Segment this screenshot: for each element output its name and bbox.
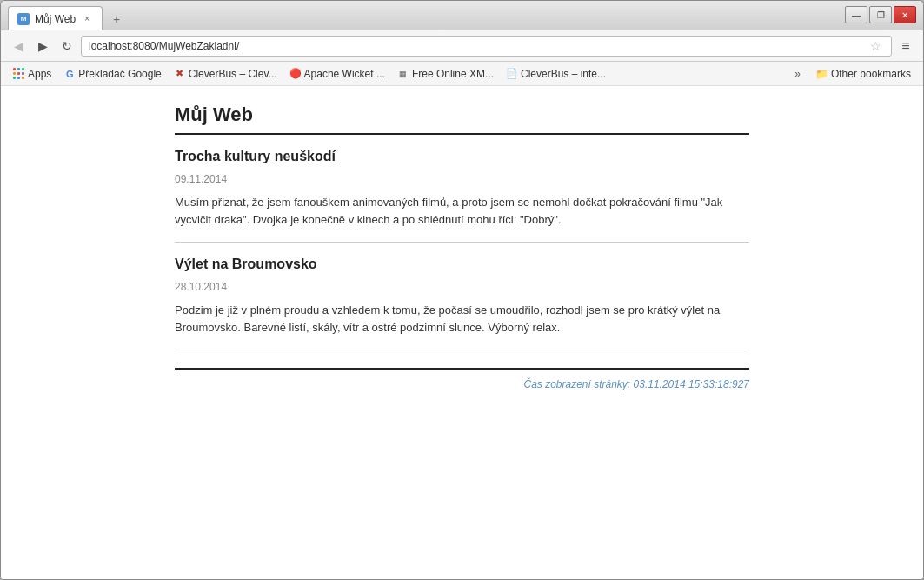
address-bar[interactable]: localhost:8080/MujWebZakladni/ ☆ xyxy=(81,36,892,57)
article-2-title: Výlet na Broumovsko xyxy=(175,257,749,272)
back-button[interactable]: ◀ xyxy=(8,36,29,57)
reload-button[interactable]: ↻ xyxy=(57,36,77,57)
forward-button[interactable]: ▶ xyxy=(32,36,53,57)
bookmark-apache-label: Apache Wicket ... xyxy=(304,68,385,80)
article-1-date: 09.11.2014 xyxy=(175,173,749,185)
bookmark-cleverbus2[interactable]: 📄 CleverBus – inte... xyxy=(501,66,611,82)
bookmark-cleverbus1-label: CleverBus – Clev... xyxy=(189,68,277,80)
site-title: Můj Web xyxy=(175,103,749,135)
browser-menu-button[interactable]: ≡ xyxy=(895,36,916,57)
window-controls: — ❐ ✕ xyxy=(845,6,916,23)
other-bookmarks-label: Other bookmarks xyxy=(831,68,911,80)
tab-title: Můj Web xyxy=(35,13,76,25)
bookmarks-bar: Apps G Překladač Google ✖ CleverBus – Cl… xyxy=(1,62,923,86)
minimize-button[interactable]: — xyxy=(845,6,867,23)
more-label: » xyxy=(794,68,801,80)
freeonline-icon: ▦ xyxy=(397,68,409,80)
bookmark-prekladac-label: Překladač Google xyxy=(78,68,161,80)
title-bar: M Můj Web × + — ❐ ✕ xyxy=(1,1,923,30)
active-tab[interactable]: M Můj Web × xyxy=(8,6,103,30)
bookmark-apps[interactable]: Apps xyxy=(8,66,57,82)
bookmark-cleverbus2-label: CleverBus – inte... xyxy=(521,68,606,80)
new-tab-button[interactable]: + xyxy=(104,9,129,30)
article-2-body: Podzim je již v plném proudu a vzhledem … xyxy=(175,302,749,336)
bookmark-apps-label: Apps xyxy=(28,68,51,80)
article-1-title: Trocha kultury neuškodí xyxy=(175,149,749,164)
google-icon: G xyxy=(63,68,76,80)
bookmark-apache[interactable]: 🔴 Apache Wicket ... xyxy=(284,66,390,82)
restore-button[interactable]: ❐ xyxy=(869,6,892,23)
url-text: localhost:8080/MujWebZakladni/ xyxy=(89,40,867,52)
bookmark-cleverbus1[interactable]: ✖ CleverBus – Clev... xyxy=(169,66,283,82)
close-button[interactable]: ✕ xyxy=(894,6,916,23)
article-2-date: 28.10.2014 xyxy=(175,281,749,293)
nav-bar: ◀ ▶ ↻ localhost:8080/MujWebZakladni/ ☆ ≡ xyxy=(1,30,923,62)
bookmark-freeonline[interactable]: ▦ Free Online XM... xyxy=(392,66,499,82)
apache-icon: 🔴 xyxy=(289,68,302,80)
browser-window: M Můj Web × + — ❐ ✕ ◀ ▶ ↻ localhost:8080… xyxy=(0,0,924,580)
bookmark-prekladac[interactable]: G Překladač Google xyxy=(58,66,166,82)
article-1: Trocha kultury neuškodí 09.11.2014 Musím… xyxy=(175,149,749,243)
cleverbus2-icon: 📄 xyxy=(506,68,518,80)
folder-icon: 📁 xyxy=(816,68,828,80)
cleverbus1-icon: ✖ xyxy=(174,68,186,80)
bookmark-freeonline-label: Free Online XM... xyxy=(412,68,494,80)
page-footer: Čas zobrazení stránky: 03.11.2014 15:33:… xyxy=(175,368,749,390)
article-2: Výlet na Broumovsko 28.10.2014 Podzim je… xyxy=(175,257,749,350)
tab-close-button[interactable]: × xyxy=(81,13,93,25)
page-content: Můj Web Trocha kultury neuškodí 09.11.20… xyxy=(1,86,923,579)
bookmark-star-icon[interactable]: ☆ xyxy=(867,37,884,55)
bookmarks-more-button[interactable]: » xyxy=(789,66,806,82)
apps-icon xyxy=(13,68,25,80)
other-bookmarks[interactable]: 📁 Other bookmarks xyxy=(811,66,916,82)
tab-favicon: M xyxy=(17,13,30,25)
article-1-body: Musím přiznat, že jsem fanouškem animova… xyxy=(175,194,749,228)
footer-text: Čas zobrazení stránky: 03.11.2014 15:33:… xyxy=(523,378,749,390)
